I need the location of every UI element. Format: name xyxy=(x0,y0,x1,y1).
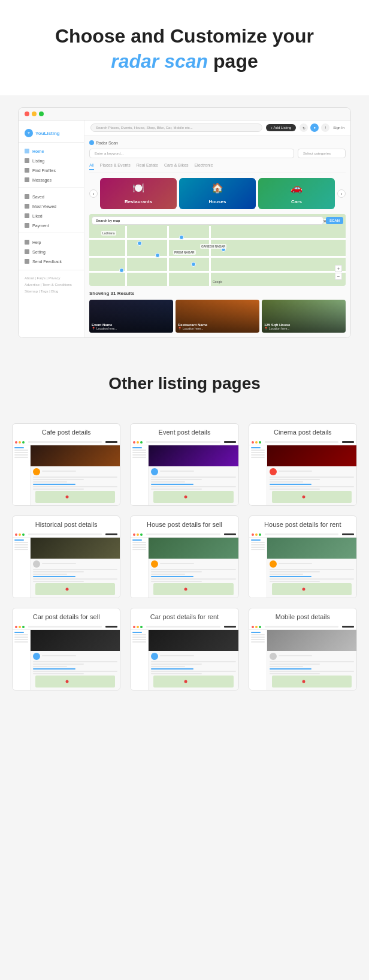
tab-real-estate[interactable]: Real Estate xyxy=(137,163,158,170)
setting-icon xyxy=(25,249,29,254)
expand-dot xyxy=(39,111,44,116)
tab-cars-bikes[interactable]: Cars & Bikes xyxy=(164,163,188,170)
category-cars[interactable]: 🚗 Cars xyxy=(258,178,335,209)
app-layout: Y YouListing Home Listing Find Profiles xyxy=(19,120,350,337)
restaurant-card-info: Restaurant Name 📍 Location here... xyxy=(178,323,257,330)
map-road xyxy=(125,226,127,286)
alert-icon[interactable]: ! xyxy=(321,123,329,132)
listing-card-historical[interactable]: Historical post details xyxy=(12,515,120,598)
other-pages-title: Other listing pages xyxy=(12,374,357,393)
home-icon xyxy=(25,149,29,153)
event-location: 📍 Location here... xyxy=(92,327,171,330)
listing-card-cafe[interactable]: Cafe post details xyxy=(12,423,120,506)
historical-label: Historical post details xyxy=(13,516,120,532)
map-search-input[interactable]: Search by map xyxy=(92,216,323,225)
sidebar-item-listing[interactable]: Listing xyxy=(19,156,84,165)
listing-card-mobile[interactable]: Mobile post details xyxy=(249,608,357,690)
result-card-restaurant[interactable]: Restaurant Name 📍 Location here... xyxy=(176,300,259,333)
map-scan-button[interactable]: SCAN xyxy=(326,217,343,224)
category-select[interactable]: Select categories xyxy=(298,149,346,158)
tab-all[interactable]: All xyxy=(89,163,94,170)
sidebar-item-most-viewed[interactable]: Most Viewed xyxy=(19,201,84,211)
car-sell-label: Car post details for sell xyxy=(13,608,120,624)
location-icon: 📍 xyxy=(92,327,95,330)
tab-electronic[interactable]: Electronic xyxy=(194,163,213,170)
car-sell-preview xyxy=(13,624,120,690)
house-card-info: 125 Sqft House 📍 Location here... xyxy=(264,323,343,330)
liked-icon xyxy=(25,213,29,218)
listing-card-house-sell[interactable]: House post details for sell xyxy=(130,515,238,598)
map-topbar: Search by map SCAN xyxy=(92,216,343,225)
listing-card-car-rent[interactable]: Car post details for rent xyxy=(130,608,238,690)
listing-icon xyxy=(25,158,29,163)
keyword-search-input[interactable]: Enter a keyword... xyxy=(89,149,294,158)
map-label: PREM NAGAR xyxy=(173,250,196,255)
sidebar-item-saved[interactable]: Saved xyxy=(19,192,84,201)
help-icon xyxy=(25,240,29,245)
minimize-dot xyxy=(32,111,37,116)
messages-icon xyxy=(25,177,29,182)
carousel-prev-button[interactable]: ‹ xyxy=(89,189,98,198)
sidebar-item-setting[interactable]: Setting xyxy=(19,247,84,257)
restaurant-location: 📍 Location here... xyxy=(178,327,257,330)
listing-card-cinema[interactable]: Cinema post details xyxy=(249,423,357,506)
zoom-out-button[interactable]: − xyxy=(335,273,342,280)
historical-preview xyxy=(13,532,120,598)
sidebar-item-messages[interactable]: Messages xyxy=(19,175,84,185)
house-rent-preview xyxy=(249,532,356,598)
google-label: Google xyxy=(213,280,222,284)
sidebar-footer: About | Faq's | Privacy Advertise | Term… xyxy=(19,270,84,299)
category-houses[interactable]: 🏠 Houses xyxy=(179,178,256,209)
location-icon: 📍 xyxy=(178,327,182,330)
cinema-label: Cinema post details xyxy=(249,424,356,439)
map-road xyxy=(89,271,346,273)
category-restaurants[interactable]: 🍽️ Restaurants xyxy=(100,178,177,209)
map-road xyxy=(167,226,169,286)
sidebar-item-find-profiles[interactable]: Find Profiles xyxy=(19,165,84,175)
houses-label: Houses xyxy=(179,199,256,204)
sidebar-item-payment[interactable]: Payment xyxy=(19,221,84,230)
sidebar-item-help[interactable]: Help xyxy=(19,237,84,247)
carousel-next-button[interactable]: › xyxy=(337,189,346,198)
page-search-bar: Enter a keyword... Select categories xyxy=(89,149,346,158)
sidebar-item-home[interactable]: Home xyxy=(19,146,84,156)
car-rent-label: Car post details for rent xyxy=(131,608,238,624)
tab-places-events[interactable]: Places & Events xyxy=(100,163,131,170)
add-listing-button[interactable]: + Add Listing xyxy=(266,124,297,131)
topbar-search[interactable]: Search Places, Events, House, Shop, Bike… xyxy=(90,123,262,132)
result-card-event[interactable]: Event Name 📍 Location here... xyxy=(89,300,173,333)
restaurant-label: Restaurants xyxy=(100,199,177,204)
sidebar-item-liked[interactable]: Liked xyxy=(19,211,84,221)
cars-label: Cars xyxy=(258,199,335,204)
event-preview xyxy=(131,439,238,505)
event-label: Event post details xyxy=(131,424,238,439)
house-location: 📍 Location here... xyxy=(264,327,343,330)
notification-icon[interactable]: ↻ xyxy=(300,123,308,132)
sidebar-nav: Home Listing Find Profiles Messages xyxy=(19,143,84,270)
results-header: Showing 31 Results xyxy=(89,291,346,296)
user-icon[interactable]: ● xyxy=(310,123,319,132)
category-carousel: ‹ 🍽️ Restaurants 🏠 Houses xyxy=(89,178,346,209)
browser-bar xyxy=(19,108,350,120)
sidebar-item-send-feedback[interactable]: Send Feedback xyxy=(19,257,84,266)
app-main: Search Places, Events, House, Shop, Bike… xyxy=(84,120,350,337)
profiles-icon xyxy=(25,168,29,173)
listing-card-event[interactable]: Event post details xyxy=(130,423,238,506)
map-background xyxy=(89,214,346,286)
feedback-icon xyxy=(25,259,29,264)
houses-icon: 🏠 xyxy=(179,178,256,197)
signin-button[interactable]: Sign In xyxy=(333,126,344,129)
topbar-icons: ↻ ● ! xyxy=(300,123,329,132)
listing-card-house-rent[interactable]: House post details for rent xyxy=(249,515,357,598)
zoom-in-button[interactable]: + xyxy=(335,265,342,272)
results-grid: Event Name 📍 Location here... Restaurant… xyxy=(89,300,346,333)
logo-icon: Y xyxy=(25,129,33,137)
main-preview-card: Y YouListing Home Listing Find Profiles xyxy=(18,107,351,338)
app-sidebar: Y YouListing Home Listing Find Profiles xyxy=(19,120,84,337)
hero-section: Choose and Customize your radar scan pag… xyxy=(0,0,369,95)
location-icon: 📍 xyxy=(264,327,268,330)
cafe-preview xyxy=(13,439,120,505)
listing-card-car-sell[interactable]: Car post details for sell xyxy=(12,608,120,690)
most-viewed-icon xyxy=(25,204,29,209)
result-card-house[interactable]: 125 Sqft House 📍 Location here... xyxy=(262,300,346,333)
